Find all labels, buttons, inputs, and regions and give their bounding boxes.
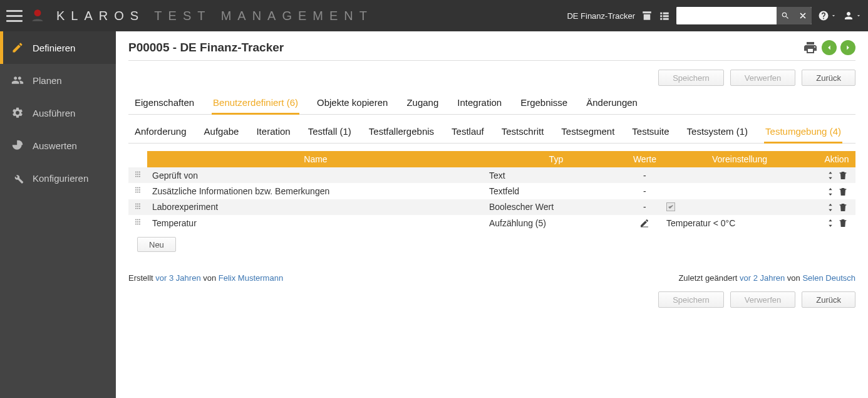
help-menu[interactable]: [818, 10, 837, 21]
cell-values: -: [628, 183, 661, 199]
back-button[interactable]: Zurück: [802, 70, 855, 86]
subtab-9[interactable]: Testsystem (1): [686, 122, 750, 143]
subtab-5[interactable]: Testlauf: [450, 122, 485, 143]
trash-icon[interactable]: [838, 218, 848, 228]
nav-label: Auswerten: [33, 140, 77, 151]
created-user-link[interactable]: Felix Mustermann: [219, 273, 283, 283]
sidebar: Definieren Planen Ausführen Auswerten Ko…: [0, 31, 116, 398]
nav-label: Konfigurieren: [33, 173, 88, 184]
cell-values: [628, 215, 661, 231]
subtab-1[interactable]: Aufgabe: [203, 122, 240, 143]
tab-6[interactable]: Änderungen: [585, 92, 639, 114]
sub-tabs: AnforderungAufgabeIterationTestfall (1)T…: [128, 116, 855, 144]
cell-name: Zusätzliche Informationen bzw. Bemerkung…: [147, 183, 484, 199]
subtab-7[interactable]: Testsegment: [560, 122, 616, 143]
cell-action: [818, 199, 855, 215]
trash-icon[interactable]: [838, 170, 848, 181]
nav-label: Ausführen: [33, 108, 75, 118]
reorder-icon[interactable]: [825, 170, 835, 181]
cell-name: Temperatur: [147, 215, 484, 231]
nav-plan[interactable]: Planen: [0, 64, 116, 97]
app-logo-icon: [29, 7, 46, 24]
cell-name: Laborexperiment: [147, 199, 484, 215]
cell-action: [818, 183, 855, 199]
table-row: Geprüft vonText-: [128, 167, 855, 183]
cell-values: -: [628, 199, 661, 215]
nav-prev-button[interactable]: [822, 40, 837, 55]
reorder-icon[interactable]: [825, 187, 835, 197]
print-icon[interactable]: [803, 40, 818, 55]
created-time-link[interactable]: vor 3 Jahren: [155, 273, 200, 283]
discard-button[interactable]: Verwerfen: [730, 70, 796, 86]
menu-toggle[interactable]: [6, 10, 23, 22]
cell-default: Temperatur < 0°C: [661, 215, 818, 231]
drag-handle[interactable]: [128, 215, 147, 231]
cell-default: [661, 167, 818, 183]
table-row: TemperaturAufzählung (5)Temperatur < 0°C: [128, 215, 855, 231]
drag-handle[interactable]: [128, 167, 147, 183]
nav-define[interactable]: Definieren: [0, 31, 116, 64]
search-input[interactable]: [676, 7, 777, 24]
col-action: Aktion: [818, 151, 855, 167]
tab-2[interactable]: Objekte kopieren: [316, 92, 389, 114]
subtab-2[interactable]: Iteration: [255, 122, 291, 143]
tab-4[interactable]: Integration: [456, 92, 503, 114]
subtab-4[interactable]: Testfallergebnis: [368, 122, 435, 143]
subtab-8[interactable]: Testsuite: [631, 122, 670, 143]
drag-handle[interactable]: [128, 199, 147, 215]
trash-icon[interactable]: [838, 202, 848, 212]
nav-execute[interactable]: Ausführen: [0, 97, 116, 129]
svg-point-9: [34, 9, 41, 16]
trash-icon[interactable]: [838, 187, 848, 197]
table-row: Zusätzliche Informationen bzw. Bemerkung…: [128, 183, 855, 199]
custom-fields-table: Name Typ Werte Voreinstellung Aktion Gep…: [128, 151, 855, 231]
new-button[interactable]: Neu: [137, 237, 176, 252]
col-type: Typ: [484, 151, 628, 167]
tab-1[interactable]: Benutzerdefiniert (6): [212, 92, 299, 115]
nav-label: Planen: [33, 75, 62, 86]
users-icon: [11, 74, 24, 86]
page-title: P00005 - DE Finanz-Tracker: [128, 41, 284, 55]
drag-handle[interactable]: [128, 183, 147, 199]
tab-5[interactable]: Ergebnisse: [519, 92, 569, 114]
discard-button-bottom[interactable]: Verwerfen: [730, 291, 796, 308]
subtab-0[interactable]: Anforderung: [133, 122, 188, 143]
archive-icon[interactable]: [641, 10, 653, 21]
list-view-icon[interactable]: [659, 10, 670, 21]
edit-icon: [11, 41, 24, 54]
tab-0[interactable]: Eigenschaften: [133, 92, 195, 114]
nav-configure[interactable]: Konfigurieren: [0, 162, 116, 194]
back-button-bottom[interactable]: Zurück: [802, 291, 855, 308]
wrench-icon: [11, 172, 24, 184]
cell-values: -: [628, 167, 661, 183]
app-brand: KLAROS TEST MANAGEMENT: [56, 9, 373, 23]
nav-evaluate[interactable]: Auswerten: [0, 129, 116, 162]
edit-values-icon[interactable]: [639, 218, 649, 228]
cell-type: Textfeld: [484, 183, 628, 199]
col-default: Voreinstellung: [661, 151, 818, 167]
save-button[interactable]: Speichern: [658, 70, 724, 86]
modified-user-link[interactable]: Selen Deutsch: [802, 273, 855, 283]
search-clear-button[interactable]: [794, 7, 812, 24]
created-meta: Erstellt vor 3 Jahren von Felix Musterma…: [128, 273, 283, 283]
reorder-icon[interactable]: [825, 202, 835, 212]
pie-chart-icon: [11, 139, 24, 152]
modified-time-link[interactable]: vor 2 Jahren: [740, 273, 785, 283]
user-menu[interactable]: [843, 10, 862, 21]
cell-name: Geprüft von: [147, 167, 484, 183]
search-button[interactable]: [777, 7, 794, 24]
subtab-3[interactable]: Testfall (1): [307, 122, 353, 143]
nav-label: Definieren: [33, 43, 75, 53]
subtab-10[interactable]: Testumgebung (4): [764, 122, 842, 144]
global-search[interactable]: [676, 7, 812, 24]
subtab-6[interactable]: Testschritt: [500, 122, 545, 143]
reorder-icon[interactable]: [825, 218, 835, 228]
tab-3[interactable]: Zugang: [405, 92, 440, 114]
col-values: Werte: [628, 151, 661, 167]
save-button-bottom[interactable]: Speichern: [658, 291, 724, 308]
cell-default: [661, 199, 818, 215]
checkbox-default[interactable]: [666, 202, 675, 211]
col-name: Name: [147, 151, 484, 167]
nav-next-button[interactable]: [840, 40, 855, 55]
modified-meta: Zuletzt geändert vor 2 Jahren von Selen …: [678, 273, 855, 283]
